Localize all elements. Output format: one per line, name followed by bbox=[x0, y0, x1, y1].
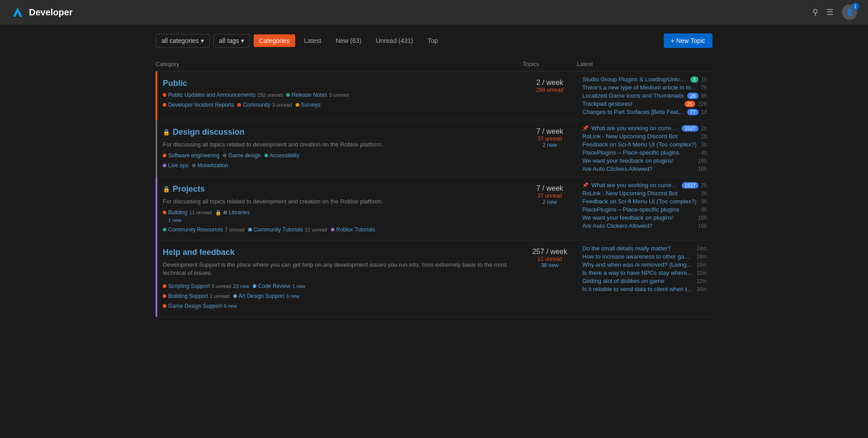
latest-topic-link[interactable]: PlacePlugins – Place-specific plugins bbox=[582, 206, 698, 213]
category-section-public: PublicPublic Updates and Announcements29… bbox=[156, 71, 712, 120]
latest-topic-link[interactable]: Studio Group Plugins & Loading/Unloading… bbox=[582, 76, 688, 83]
tab-latest[interactable]: Latest bbox=[299, 34, 327, 47]
subcat-item[interactable]: Roblox Tutorials bbox=[331, 226, 375, 233]
subcat-item[interactable]: Community3 unread bbox=[237, 102, 292, 108]
latest-topic-link[interactable]: Is it reliable to send data to client wh… bbox=[582, 286, 694, 292]
subcat-item[interactable]: Accessibility bbox=[264, 152, 299, 159]
subcat-item[interactable]: Community Resources 7 unread bbox=[163, 226, 245, 233]
latest-topic-link[interactable]: RoLink - New Upcoming Discord Bot bbox=[582, 190, 698, 197]
category-cell-help: Help and feedbackDevelopment Support is … bbox=[157, 240, 523, 316]
search-icon[interactable]: ⚲ bbox=[812, 7, 818, 17]
latest-topic-link[interactable]: Feedback on Sci-fi Menu UI (Too complex?… bbox=[582, 141, 698, 148]
latest-time: 2h bbox=[701, 182, 707, 188]
tab-new[interactable]: New (63) bbox=[330, 34, 367, 47]
category-row-help: Help and feedbackDevelopment Support is … bbox=[157, 240, 712, 316]
subcat-dot bbox=[253, 284, 256, 288]
latest-topic-link[interactable]: Are Auto Clickers Allowed? bbox=[582, 165, 695, 172]
latest-item: We want your feedback on plugins!16h bbox=[582, 157, 707, 164]
latest-topic-link[interactable]: We want your feedback on plugins! bbox=[582, 157, 695, 164]
subcat-item[interactable]: Code Review 1 new bbox=[253, 283, 306, 289]
latest-topic-link[interactable]: Trackpad gestures! bbox=[582, 100, 682, 107]
reply-count-badge: 1527 bbox=[682, 182, 698, 188]
logo-icon bbox=[11, 5, 24, 19]
subcats-projects: Building 11 unread🔒Libraries1 newCommuni… bbox=[163, 209, 517, 233]
latest-item: RoLink - New Upcoming Discord Bot2h bbox=[582, 190, 707, 197]
latest-item: Feedback on Sci-fi Menu UI (Too complex?… bbox=[582, 141, 707, 148]
tab-unread[interactable]: Unread (431) bbox=[371, 34, 419, 47]
latest-topic-link[interactable]: PlacePlugins – Place-specific plugins bbox=[582, 149, 698, 156]
latest-topic-link[interactable]: Are Auto Clickers Allowed? bbox=[582, 222, 695, 229]
latest-time: 16h bbox=[698, 166, 707, 172]
category-link-projects[interactable]: Projects bbox=[173, 184, 205, 194]
subcat-dot bbox=[248, 228, 252, 231]
subcat-dot bbox=[163, 164, 166, 167]
subcat-item[interactable]: Game design bbox=[223, 152, 260, 159]
new-topic-button[interactable]: + New Topic bbox=[664, 33, 712, 48]
latest-topic-link[interactable]: Do the small details really matter? bbox=[582, 245, 694, 252]
latest-item: Is it reliable to send data to client wh… bbox=[582, 286, 707, 292]
category-row-public: PublicPublic Updates and Announcements29… bbox=[157, 71, 712, 120]
latest-time: 1d bbox=[701, 109, 707, 115]
reply-count-badge: 3 bbox=[690, 76, 698, 83]
reply-count-badge: 28 bbox=[687, 93, 698, 99]
latest-topic-link[interactable]: Is there a way to have NPCs stay where t… bbox=[582, 269, 694, 276]
subcat-item[interactable]: Art Design Support 6 new bbox=[233, 293, 300, 299]
category-row-projects: 🔒ProjectsFor discussing all topics relat… bbox=[157, 177, 712, 240]
subcat-item[interactable]: Live ops bbox=[163, 162, 189, 169]
latest-topic-link[interactable]: Feedback on Sci-fi Menu UI (Too complex?… bbox=[582, 198, 698, 205]
latest-topic-link[interactable]: Localized Game Icons and Thumbnails bbox=[582, 92, 684, 99]
latest-topic-link[interactable]: RoLink - New Upcoming Discord Bot bbox=[582, 133, 698, 140]
latest-item: Are Auto Clickers Allowed?16h bbox=[582, 222, 707, 229]
subcat-dot bbox=[163, 304, 166, 308]
subcat-item[interactable]: 🔒Libraries bbox=[215, 209, 250, 216]
category-cell-design: 🔒Design discussionFor discussing all top… bbox=[157, 120, 523, 177]
subcat-item[interactable]: Software engineering bbox=[163, 152, 219, 159]
subcat-dot bbox=[163, 103, 166, 107]
latest-topic-link[interactable]: How to increase awareness to other game … bbox=[582, 253, 694, 260]
subcat-item[interactable]: Building 11 unread bbox=[163, 209, 212, 216]
all-tags-filter[interactable]: all tags ▾ bbox=[213, 34, 250, 47]
latest-topic-link[interactable]: Why and when was /e removed? (Living und… bbox=[582, 261, 694, 268]
category-link-help[interactable]: Help and feedback bbox=[163, 248, 235, 257]
category-link-design[interactable]: Design discussion bbox=[173, 127, 245, 137]
hamburger-icon[interactable]: ☰ bbox=[826, 7, 834, 17]
subcat-dot bbox=[237, 103, 241, 107]
subcat-dot bbox=[264, 154, 268, 157]
notification-badge: 1 bbox=[852, 3, 859, 10]
latest-topic-link[interactable]: There's a new type of Medium article in … bbox=[582, 84, 698, 91]
category-name-help: Help and feedback bbox=[163, 248, 517, 257]
subcat-item[interactable]: Building Support 2 unread bbox=[163, 293, 230, 299]
subcats-design: Software engineeringGame designAccessibi… bbox=[163, 152, 517, 169]
subcat-item[interactable]: Community Tutorials 12 unread bbox=[248, 226, 327, 233]
latest-topic-link[interactable]: Getting alot of dislikes on game bbox=[582, 278, 694, 284]
category-link-public[interactable]: Public bbox=[163, 79, 187, 88]
subcat-dot bbox=[192, 164, 196, 167]
tab-top[interactable]: Top bbox=[422, 34, 443, 47]
subcat-item[interactable]: Public Updates and Announcements292 unre… bbox=[163, 92, 283, 98]
logo[interactable]: Developer bbox=[11, 5, 73, 19]
latest-time: 2h bbox=[701, 190, 707, 197]
subcat-item[interactable]: Monetization bbox=[192, 162, 228, 169]
latest-topic-link[interactable]: Changes to Part Surfaces [Beta Feature] bbox=[582, 108, 684, 115]
subcat-item[interactable]: Scripting Support 9 unread 23 new bbox=[163, 283, 249, 289]
latest-item: We want your feedback on plugins!16h bbox=[582, 214, 707, 221]
pin-icon: 📌 bbox=[582, 182, 589, 188]
latest-topic-link[interactable]: What are you working on currently? (2019… bbox=[591, 182, 679, 188]
latest-time: 22h bbox=[698, 101, 707, 107]
latest-topic-link[interactable]: We want your feedback on plugins! bbox=[582, 214, 695, 221]
topics-cell-help: 257 / week11 unread38 new bbox=[523, 240, 577, 316]
tab-categories[interactable]: Categories bbox=[254, 34, 295, 47]
all-categories-filter[interactable]: all categories ▾ bbox=[156, 34, 210, 47]
latest-time: 31m bbox=[697, 270, 707, 276]
subcat-item[interactable]: Developer Incident Reports bbox=[163, 102, 234, 108]
subcat-item[interactable]: Game Design Support 5 new bbox=[163, 303, 237, 309]
user-avatar-wrap[interactable]: 👤 1 bbox=[842, 5, 857, 20]
latest-topic-link[interactable]: What are you working on currently? (2019… bbox=[591, 125, 679, 132]
latest-item: Studio Group Plugins & Loading/Unloading… bbox=[582, 76, 707, 83]
subcat-item[interactable]: Release Notes3 unread bbox=[286, 92, 349, 98]
col-latest: Latest bbox=[577, 61, 712, 67]
subcat-item[interactable]: Surveys bbox=[296, 102, 321, 108]
subcat-dot bbox=[286, 93, 290, 97]
reply-count-badge: 77 bbox=[687, 109, 698, 115]
subcats-help: Scripting Support 9 unread 23 newCode Re… bbox=[163, 281, 517, 309]
